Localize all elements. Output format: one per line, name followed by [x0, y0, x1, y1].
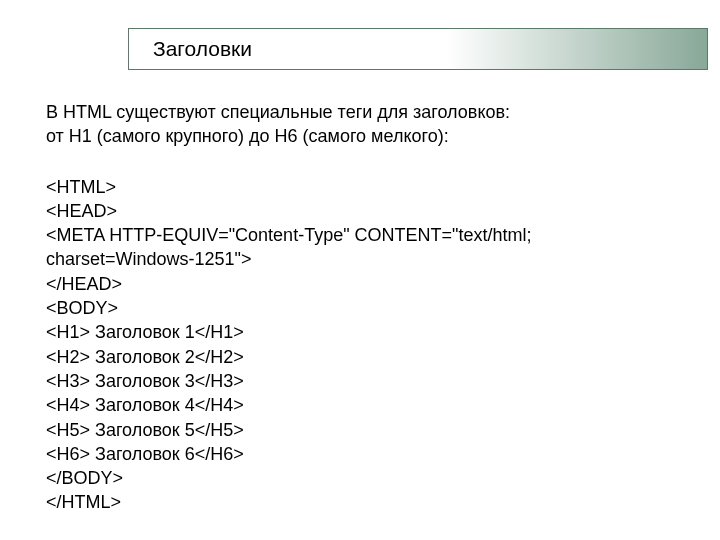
- code-line: <BODY>: [46, 296, 674, 320]
- code-line: <H1> Заголовок 1</H1>: [46, 320, 674, 344]
- code-line: <META HTTP-EQUIV="Content-Type" CONTENT=…: [46, 223, 674, 247]
- code-line: </BODY>: [46, 466, 674, 490]
- description-line: от Н1 (самого крупного) до Н6 (самого ме…: [46, 126, 449, 146]
- page-title: Заголовки: [153, 37, 252, 61]
- title-bar: Заголовки: [128, 28, 708, 70]
- code-line: <HTML>: [46, 175, 674, 199]
- code-line: <H5> Заголовок 5</H5>: [46, 418, 674, 442]
- code-line: <HEAD>: [46, 199, 674, 223]
- content-area: В HTML существуют специальные теги для з…: [46, 100, 674, 515]
- code-line: <H4> Заголовок 4</H4>: [46, 393, 674, 417]
- code-line: <H3> Заголовок 3</H3>: [46, 369, 674, 393]
- code-line: <H6> Заголовок 6</H6>: [46, 442, 674, 466]
- code-example: <HTML> <HEAD> <META HTTP-EQUIV="Content-…: [46, 175, 674, 515]
- description-line: В HTML существуют специальные теги для з…: [46, 102, 510, 122]
- code-line: </HEAD>: [46, 272, 674, 296]
- description-text: В HTML существуют специальные теги для з…: [46, 100, 674, 149]
- code-line: </HTML>: [46, 490, 674, 514]
- code-line: charset=Windows-1251">: [46, 247, 674, 271]
- code-line: <H2> Заголовок 2</H2>: [46, 345, 674, 369]
